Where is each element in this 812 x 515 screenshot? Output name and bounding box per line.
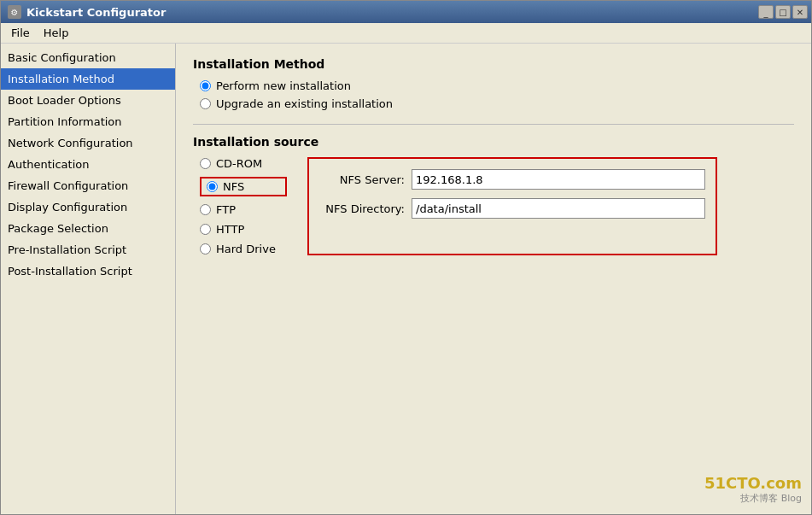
sidebar-item-network-configuration[interactable]: Network Configuration: [1, 132, 175, 154]
nfs-directory-row: NFS Directory:: [319, 198, 705, 219]
watermark-text: 51CTO.com: [704, 474, 802, 492]
sidebar-item-authentication[interactable]: Authentication: [1, 154, 175, 175]
radio-row-cdrom[interactable]: CD-ROM: [200, 157, 287, 170]
menu-file[interactable]: File: [4, 25, 37, 41]
nfs-server-label: NFS Server:: [319, 173, 405, 186]
radio-nfs[interactable]: [207, 181, 218, 192]
menubar: File Help: [1, 23, 811, 44]
sidebar-item-pre-installation-script[interactable]: Pre-Installation Script: [1, 239, 175, 260]
radio-row-new-install[interactable]: Perform new installation: [200, 79, 794, 92]
install-options-group: Perform new installation Upgrade an exis…: [200, 79, 794, 110]
sidebar-item-partition-information[interactable]: Partition Information: [1, 111, 175, 132]
nfs-server-input[interactable]: [412, 169, 705, 190]
nfs-directory-input[interactable]: [412, 198, 705, 219]
sidebar-item-post-installation-script[interactable]: Post-Installation Script: [1, 260, 175, 282]
titlebar: ⚙ Kickstart Configurator _ □ ✕: [1, 1, 811, 23]
sidebar-item-basic-configuration[interactable]: Basic Configuration: [1, 47, 175, 68]
radio-row-ftp[interactable]: FTP: [200, 203, 287, 216]
nfs-server-row: NFS Server:: [319, 169, 705, 190]
sidebar: Basic Configuration Installation Method …: [1, 44, 176, 514]
sidebar-item-display-configuration[interactable]: Display Configuration: [1, 196, 175, 218]
radio-hard-drive[interactable]: [200, 243, 211, 255]
sidebar-item-installation-method[interactable]: Installation Method: [1, 68, 175, 90]
minimize-button[interactable]: _: [758, 5, 774, 19]
source-options-group: CD-ROM NFS FTP HTTP: [200, 157, 294, 255]
radio-cdrom[interactable]: [200, 158, 211, 169]
label-http: HTTP: [216, 223, 244, 236]
label-hard-drive: Hard Drive: [216, 243, 276, 255]
label-nfs: NFS: [223, 180, 244, 193]
label-upgrade-installation: Upgrade an existing installation: [216, 97, 393, 110]
label-ftp: FTP: [216, 203, 236, 216]
radio-row-upgrade-install[interactable]: Upgrade an existing installation: [200, 97, 794, 110]
installation-source-title: Installation source: [193, 135, 794, 149]
section-divider: [193, 124, 794, 125]
radio-upgrade-installation[interactable]: [200, 98, 211, 109]
nfs-fields-box: NFS Server: NFS Directory:: [307, 157, 717, 255]
sidebar-item-package-selection[interactable]: Package Selection: [1, 218, 175, 239]
nfs-directory-label: NFS Directory:: [319, 202, 405, 215]
maximize-button[interactable]: □: [775, 5, 791, 19]
sidebar-item-firewall-configuration[interactable]: Firewall Configuration: [1, 175, 175, 196]
window-controls: _ □ ✕: [758, 5, 808, 19]
radio-http[interactable]: [200, 224, 211, 235]
app-icon: ⚙: [8, 5, 21, 19]
label-new-installation: Perform new installation: [216, 79, 351, 92]
content-area: Basic Configuration Installation Method …: [1, 44, 811, 514]
radio-row-harddrive[interactable]: Hard Drive: [200, 243, 287, 255]
radio-row-nfs[interactable]: NFS: [200, 177, 287, 196]
close-button[interactable]: ✕: [792, 5, 808, 19]
radio-row-http[interactable]: HTTP: [200, 223, 287, 236]
label-cdrom: CD-ROM: [216, 157, 262, 170]
watermark-sub: 技术博客 Blog: [704, 492, 802, 505]
installation-method-title: Installation Method: [193, 57, 794, 71]
watermark: 51CTO.com 技术博客 Blog: [704, 474, 802, 505]
main-panel: Installation Method Perform new installa…: [176, 44, 811, 514]
radio-new-installation[interactable]: [200, 80, 211, 91]
menu-help[interactable]: Help: [37, 25, 76, 41]
window-title: Kickstart Configurator: [26, 6, 166, 19]
radio-ftp[interactable]: [200, 204, 211, 215]
sidebar-item-boot-loader-options[interactable]: Boot Loader Options: [1, 90, 175, 111]
